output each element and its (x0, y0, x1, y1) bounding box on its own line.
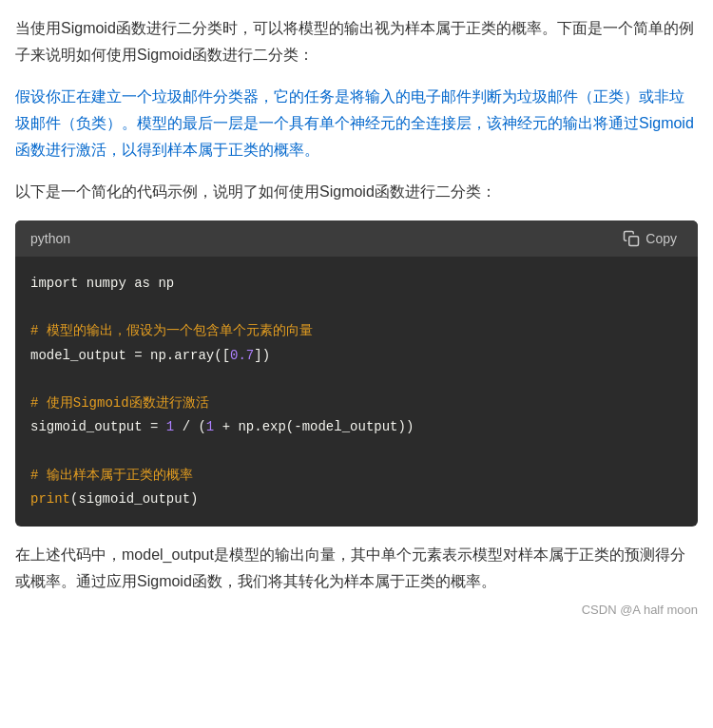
code-header: python Copy (15, 220, 698, 257)
paragraph-3: 以下是一个简化的代码示例，说明了如何使用Sigmoid函数进行二分类： (15, 179, 698, 205)
code-line-3: sigmoid_output = 1 / (1 + np.exp(-model_… (30, 415, 683, 439)
copy-icon (623, 230, 640, 247)
code-line-2: model_output = np.array([0.7]) (30, 344, 683, 368)
code-comment-1: # 模型的输出，假设为一个包含单个元素的向量 (30, 319, 683, 343)
paragraph-1: 当使用Sigmoid函数进行二分类时，可以将模型的输出视为样本属于正类的概率。下… (15, 15, 698, 68)
copy-label: Copy (646, 231, 677, 246)
copy-button[interactable]: Copy (617, 228, 683, 249)
code-empty-3 (30, 439, 683, 463)
code-language: python (30, 231, 70, 246)
watermark: CSDN @A half moon (15, 603, 698, 617)
code-line-1: import numpy as np (30, 272, 683, 296)
code-block: python Copy import numpy as np # 模型的输出，假… (15, 220, 698, 527)
paragraph-2: 假设你正在建立一个垃圾邮件分类器，它的任务是将输入的电子邮件判断为垃圾邮件（正类… (15, 84, 698, 163)
code-comment-3: # 输出样本属于正类的概率 (30, 464, 683, 488)
code-comment-2: # 使用Sigmoid函数进行激活 (30, 392, 683, 415)
svg-rect-0 (629, 237, 639, 246)
code-body: import numpy as np # 模型的输出，假设为一个包含单个元素的向… (15, 257, 698, 527)
paragraph-4: 在上述代码中，model_output是模型的输出向量，其中单个元素表示模型对样… (15, 542, 698, 595)
code-empty-2 (30, 368, 683, 392)
code-empty-1 (30, 296, 683, 319)
code-line-4: print(sigmoid_output) (30, 488, 683, 511)
